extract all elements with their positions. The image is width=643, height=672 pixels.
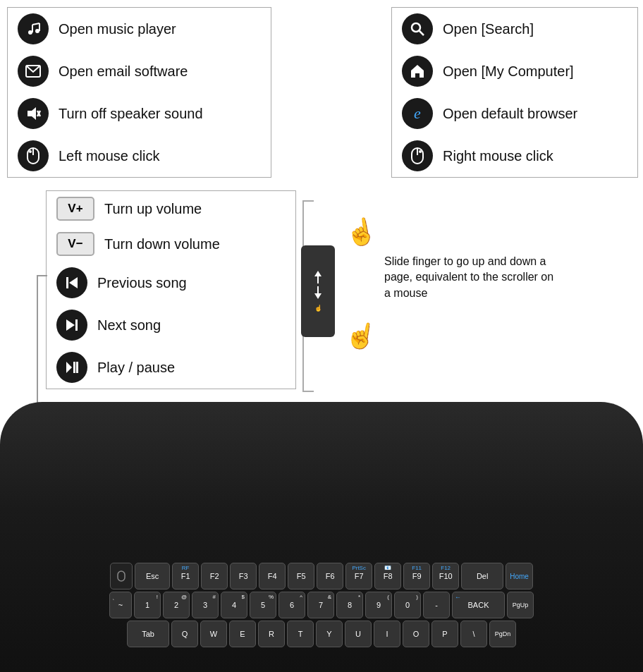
number-row: ~、 !1 @2 #3 $4 %5 ^6 &7 *8 (9 )0 - ← BAC… [7, 592, 636, 618]
mouse-left-row: Left mouse click [8, 135, 271, 177]
svg-marker-25 [314, 271, 322, 276]
play-pause-icon [56, 352, 87, 383]
svg-marker-21 [66, 362, 72, 373]
key-5[interactable]: %5 [250, 592, 276, 618]
key-f1[interactable]: RF F1 [172, 563, 199, 589]
key-f9[interactable]: F11 F9 [403, 563, 430, 589]
key-y[interactable]: Y [316, 621, 343, 647]
music-row: Open music player [8, 8, 271, 50]
key-2[interactable]: @2 [163, 592, 190, 618]
mouse-left-label: Left mouse click [59, 148, 159, 164]
f-key-row: Esc RF F1 F2 F3 F4 F5 F6 PrtSc F7 📧 F8 F… [7, 563, 636, 589]
key-f10[interactable]: F12 F10 [432, 563, 459, 589]
key-w[interactable]: W [200, 621, 227, 647]
vol-up-label: Turn up volume [104, 201, 202, 217]
slide-description-text: Slide finger to go up and down a page, e… [384, 255, 553, 299]
vol-up-row: V+ Turn up volume [47, 191, 295, 226]
key-pgdn[interactable]: PgDn [489, 621, 516, 647]
browser-row: e Open default browser [392, 92, 637, 135]
key-f8[interactable]: 📧 F8 [374, 563, 401, 589]
key-p[interactable]: P [431, 621, 458, 647]
email-row: Open email software [8, 50, 271, 92]
music-icon [18, 13, 49, 44]
key-0[interactable]: )0 [394, 592, 421, 618]
key-mouse-icon[interactable] [110, 563, 133, 589]
mute-icon [18, 98, 49, 129]
key-6[interactable]: ^6 [278, 592, 305, 618]
key-3[interactable]: #3 [192, 592, 219, 618]
search-row: Open [Search] [392, 8, 637, 50]
key-e[interactable]: E [229, 621, 256, 647]
key-minus[interactable]: - [423, 592, 450, 618]
key-pgup[interactable]: PgUp [507, 592, 534, 618]
key-backslash[interactable]: \ [460, 621, 487, 647]
key-backtick[interactable]: ~、 [109, 592, 132, 618]
key-f4[interactable]: F4 [259, 563, 286, 589]
qwerty-row: Tab Q W E R T Y U I O P \ PgDn [7, 621, 636, 647]
key-f3[interactable]: F3 [230, 563, 257, 589]
key-back[interactable]: ← BACK [452, 592, 505, 618]
mute-label: Turn off speaker sound [59, 106, 203, 122]
prev-song-row: Previous song [47, 262, 295, 304]
key-4[interactable]: $4 [221, 592, 247, 618]
key-t[interactable]: T [287, 621, 314, 647]
key-1[interactable]: !1 [134, 592, 161, 618]
key-o[interactable]: O [403, 621, 429, 647]
next-song-row: Next song [47, 304, 295, 346]
play-pause-label: Play / pause [97, 360, 175, 376]
svg-point-11 [29, 150, 32, 153]
scroll-pad-icon: ☝ [301, 245, 335, 337]
next-song-label: Next song [97, 317, 161, 334]
key-8[interactable]: *8 [336, 592, 363, 618]
keyboard-area: ☝ ☝ ☝ V+ V− [0, 402, 643, 672]
key-9[interactable]: (9 [365, 592, 392, 618]
browser-label: Open default browser [443, 106, 577, 122]
vol-down-label: Turn down volume [104, 236, 220, 252]
mouse-right-icon [402, 140, 433, 171]
key-del[interactable]: Del [461, 563, 503, 589]
svg-rect-22 [73, 362, 75, 373]
svg-rect-23 [76, 362, 78, 373]
vol-down-row: V− Turn down volume [47, 226, 295, 262]
key-tab[interactable]: Tab [127, 621, 169, 647]
key-f7[interactable]: PrtSc F7 [345, 563, 372, 589]
key-home[interactable]: Home [506, 563, 533, 589]
browser-icon: e [402, 98, 433, 129]
mouse-left-icon [18, 140, 49, 171]
play-pause-row: Play / pause [47, 346, 295, 389]
key-esc[interactable]: Esc [135, 563, 170, 589]
svg-marker-20 [66, 319, 75, 331]
mid-left-annotation-box: V+ Turn up volume V− Turn down volume Pr… [46, 190, 296, 389]
left-top-annotation-box: Open music player Open email software Tu… [7, 7, 271, 178]
hand-cursor-bottom: ☝ [343, 318, 380, 353]
svg-point-16 [419, 150, 422, 153]
key-q[interactable]: Q [171, 621, 198, 647]
svg-point-12 [412, 23, 420, 32]
prev-song-label: Previous song [97, 275, 187, 291]
search-label: Open [Search] [443, 21, 534, 37]
computer-icon [402, 56, 433, 87]
svg-marker-18 [69, 277, 78, 288]
svg-marker-6 [27, 107, 36, 120]
next-song-icon [56, 310, 87, 341]
key-f2[interactable]: F2 [201, 563, 228, 589]
slide-description-box: Slide finger to go up and down a page, e… [384, 254, 561, 301]
svg-rect-57 [118, 571, 125, 581]
key-u[interactable]: U [345, 621, 372, 647]
mute-row: Turn off speaker sound [8, 92, 271, 135]
search-icon [402, 13, 433, 44]
key-r[interactable]: R [258, 621, 285, 647]
right-top-annotation-box: Open [Search] Open [My Computer] e Open … [391, 7, 638, 178]
svg-line-4 [32, 23, 39, 25]
computer-row: Open [My Computer] [392, 50, 637, 92]
svg-rect-17 [66, 277, 68, 288]
svg-line-13 [420, 31, 424, 36]
computer-label: Open [My Computer] [443, 63, 574, 80]
key-f6[interactable]: F6 [317, 563, 343, 589]
svg-rect-19 [75, 319, 78, 331]
keyboard-rows: Esc RF F1 F2 F3 F4 F5 F6 PrtSc F7 📧 F8 F… [7, 563, 636, 649]
key-i[interactable]: I [374, 621, 400, 647]
key-7[interactable]: &7 [307, 592, 334, 618]
key-f5[interactable]: F5 [288, 563, 314, 589]
prev-song-icon [56, 267, 87, 298]
